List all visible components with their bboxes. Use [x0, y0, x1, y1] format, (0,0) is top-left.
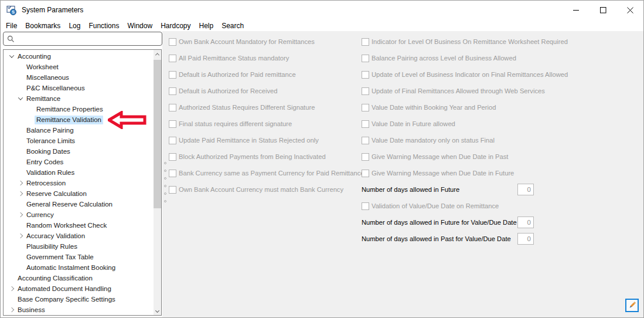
checkbox-update-paid-remittance-in-status-rejected-only[interactable] [169, 137, 176, 144]
menu-item-file[interactable]: File [2, 21, 21, 31]
checkbox-block-authorized-payments-from-being-inactivated[interactable] [169, 153, 176, 161]
tree-item-random-worksheet-check[interactable]: Random Worksheet Check [4, 220, 153, 231]
input-number-of-days-allowed-in-future-for-value-due-date[interactable] [517, 216, 534, 228]
field-label: Number of days allowed in Future [362, 186, 459, 193]
chevron-right-icon[interactable] [9, 286, 13, 291]
checkbox-indicator-for-level-of-business-on-remittance-worksheet-required[interactable] [362, 38, 369, 46]
tree-item-worksheet[interactable]: Worksheet [4, 62, 153, 72]
checkbox-label: Give Warning Message when Due Date in Fu… [371, 170, 514, 177]
close-button[interactable] [616, 1, 643, 19]
search-input[interactable] [18, 33, 162, 44]
checkbox-validation-of-value-due-date-on-remittance[interactable] [362, 202, 369, 210]
window-controls [563, 1, 643, 19]
tree-item-government-tax-table[interactable]: Government Tax Table [4, 252, 153, 262]
edit-button[interactable] [625, 299, 639, 312]
minimize-button[interactable] [563, 1, 590, 19]
checkbox-all-paid-remittance-status-mandatory[interactable] [169, 55, 176, 62]
tree-item-label: Base Company Specific Settings [16, 295, 117, 304]
scroll-down-button[interactable] [154, 306, 161, 315]
tree-item-label: Government Tax Table [25, 253, 96, 262]
tree-item-accuracy-validation[interactable]: Accuracy Validation [4, 231, 153, 241]
tree-item-label: Entry Codes [25, 158, 65, 167]
tree-item-label: Remittance Validation [35, 116, 103, 124]
tree-item-retrocession[interactable]: Retrocession [4, 178, 153, 188]
checkbox-own-bank-account-mandatory-for-remittances[interactable] [169, 38, 176, 46]
red-arrow-annotation [108, 111, 146, 129]
checkbox-row-own-bank-account-currency-must-match-bank-currency: Own Bank Account Currency must match Ban… [169, 181, 362, 198]
tree-item-label: Validation Rules [25, 168, 76, 177]
checkbox-own-bank-account-currency-must-match-bank-currency[interactable] [169, 186, 176, 194]
input-number-of-days-allowed-in-future[interactable] [517, 184, 534, 195]
remittance-validation-settings-panel: Own Bank Account Mandatory for Remittanc… [162, 31, 643, 317]
checkbox-label: Indicator for Level Of Business On Remit… [371, 38, 568, 45]
tree-item-business[interactable]: Business [4, 305, 153, 315]
checkbox-update-of-final-remittances-allowed-through-web-services[interactable] [362, 87, 369, 95]
chevron-right-icon[interactable] [9, 307, 13, 312]
menu-item-log[interactable]: Log [64, 21, 84, 31]
menu-item-search[interactable]: Search [217, 21, 248, 31]
tree-item-tolerance-limits[interactable]: Tolerance Limits [4, 136, 153, 146]
input-number-of-days-allowed-in-past-for-value-due-date[interactable] [517, 233, 534, 245]
tree-chevron-slot [16, 158, 25, 165]
checkbox-label: Default is Authorized for Received [178, 87, 278, 94]
scrollbar-thumb[interactable] [154, 60, 161, 208]
checkbox-update-of-level-of-business-indicator-on-final-remittances-allowed[interactable] [362, 71, 369, 79]
chevron-right-icon[interactable] [18, 181, 22, 185]
tree-item-label: Tolerance Limits [25, 137, 77, 146]
chevron-right-icon[interactable] [18, 212, 22, 217]
tree-scrollbar[interactable] [154, 50, 161, 315]
tree-item-plausibility-rules[interactable]: Plausibility Rules [4, 241, 153, 252]
tree-item-currency[interactable]: Currency [4, 209, 153, 220]
tree-item-automated-document-handling[interactable]: Automated Document Handling [4, 283, 153, 294]
tree-item-general-reserve-calculation[interactable]: General Reserve Calculation [4, 199, 153, 209]
checkbox-row-block-authorized-payments-from-being-inactivated: Block Authorized Payments from Being Ina… [169, 148, 362, 165]
checkbox-label: Block Authorized Payments from Being Ina… [178, 153, 326, 160]
tree-item-base-company-specific-settings[interactable]: Base Company Specific Settings [4, 294, 153, 305]
tree-chevron-slot [16, 201, 25, 208]
tree-item-miscellaneous[interactable]: Miscellaneous [4, 72, 153, 83]
checkbox-label: Update Paid Remittance in Status Rejecte… [178, 137, 319, 144]
chevron-down-icon[interactable] [9, 53, 13, 57]
menu-item-window[interactable]: Window [123, 21, 156, 31]
checkbox-bank-currency-same-as-payment-currency-for-paid-remittance[interactable] [169, 170, 176, 177]
tree-item-label: Accounting [16, 52, 53, 61]
menu-item-bookmarks[interactable]: Bookmarks [21, 21, 64, 31]
checkbox-give-warning-message-when-due-date-in-past[interactable] [362, 153, 369, 161]
tree-item-automatic-instalment-booking[interactable]: Automatic Instalment Booking [4, 262, 153, 273]
chevron-down-icon[interactable] [18, 95, 22, 100]
navigation-tree-panel: AccountingWorksheetMiscellaneousP&C Misc… [3, 49, 162, 316]
tree-item-reserve-calculation[interactable]: Reserve Calculation [4, 188, 153, 199]
checkbox-row-balance-pairing-across-level-of-business-allowed: Balance Pairing across Level of Business… [362, 50, 561, 66]
checkbox-value-date-mandatory-only-on-status-final[interactable] [362, 137, 369, 144]
tree-item-booking-dates[interactable]: Booking Dates [4, 146, 153, 157]
maximize-button[interactable] [590, 1, 616, 19]
splitter-handle[interactable] [164, 162, 168, 202]
tree-item-accounting[interactable]: Accounting [4, 51, 153, 62]
checkbox-authorized-status-requires-different-signature[interactable] [169, 104, 176, 111]
menu-item-hardcopy[interactable]: Hardcopy [156, 21, 195, 31]
tree-item-p-c-miscellaneous[interactable]: P&C Miscellaneous [4, 83, 153, 93]
checkbox-row-validation-of-value-due-date-on-remittance: Validation of Value/Due Date on Remittan… [362, 198, 561, 214]
checkbox-give-warning-message-when-due-date-in-future[interactable] [362, 170, 369, 177]
tree-item-label: Automatic Instalment Booking [25, 263, 117, 272]
tree-item-remittance[interactable]: Remittance [4, 93, 153, 104]
tree-chevron-slot [16, 243, 25, 250]
checkbox-value-date-in-future-allowed[interactable] [362, 120, 369, 128]
tree-chevron-slot [7, 285, 16, 292]
checkbox-row-own-bank-account-mandatory-for-remittances: Own Bank Account Mandatory for Remittanc… [169, 33, 362, 50]
chevron-right-icon[interactable] [18, 191, 22, 196]
checkbox-label: Authorized Status Requires Different Sig… [178, 104, 315, 111]
tree-item-accounting-classification[interactable]: Accounting Classification [4, 273, 153, 283]
scroll-up-button[interactable] [154, 50, 161, 59]
tree-item-validation-rules[interactable]: Validation Rules [4, 167, 153, 178]
checkbox-default-is-authorized-for-paid-remittance[interactable] [169, 71, 176, 79]
menu-item-help[interactable]: Help [195, 21, 217, 31]
checkbox-balance-pairing-across-level-of-business-allowed[interactable] [362, 55, 369, 62]
checkbox-default-is-authorized-for-received[interactable] [169, 87, 176, 95]
checkbox-final-status-requires-different-signature[interactable] [169, 120, 176, 128]
menu-item-functions[interactable]: Functions [84, 21, 123, 31]
tree-chevron-slot [16, 211, 25, 218]
chevron-right-icon[interactable] [18, 234, 22, 238]
tree-item-entry-codes[interactable]: Entry Codes [4, 157, 153, 167]
checkbox-value-date-within-booking-year-and-period[interactable] [362, 104, 369, 111]
